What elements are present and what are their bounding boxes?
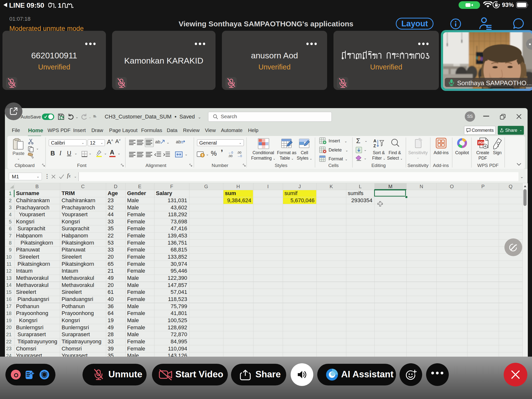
- svg-text:Z: Z: [373, 144, 376, 148]
- svg-text:→0: →0: [237, 154, 242, 158]
- svg-text:←0: ←0: [228, 151, 233, 154]
- svg-text:.00: .00: [237, 151, 241, 154]
- svg-text:A: A: [373, 139, 376, 143]
- svg-text:1: 1: [58, 2, 61, 9]
- svg-text:.00: .00: [228, 154, 233, 158]
